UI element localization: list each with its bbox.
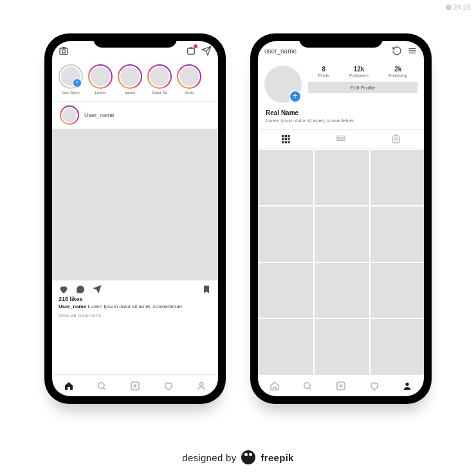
refresh-icon[interactable] [392,46,402,56]
grid-post[interactable] [315,150,370,205]
bottom-nav [52,374,218,396]
stat-item[interactable]: 8Posts [318,66,329,78]
svg-rect-14 [288,141,289,143]
nav-home-icon[interactable] [270,381,280,391]
story-label: Amet [185,91,194,95]
credit-prefix: designed by [182,452,236,463]
device-notch [299,33,383,48]
post-caption: User_name Lorem Ipsum dolor sit amet, co… [59,304,212,310]
direct-message-icon[interactable] [201,46,212,56]
nav-activity-icon[interactable] [369,381,380,391]
nav-profile-icon[interactable] [196,381,206,391]
freepik-logo-icon [241,450,255,464]
grid-post[interactable] [315,263,370,318]
stat-item[interactable]: 2kFollowing [389,66,408,78]
grid-post[interactable] [371,150,424,205]
stat-item[interactable]: 12kFollowers [349,66,369,78]
like-icon[interactable] [59,284,69,295]
grid-post[interactable] [371,263,424,318]
menu-icon[interactable] [407,46,417,56]
view-comments-link[interactable]: View all comments [59,313,212,318]
stories-tray[interactable]: Your StoryLoremIpsumDolor SitAmet [52,60,218,101]
post-actions [52,280,218,296]
nav-add-icon[interactable] [336,381,346,391]
nav-profile-icon[interactable] [402,381,412,391]
svg-point-1 [62,50,65,53]
svg-rect-8 [288,135,289,137]
nav-home-icon[interactable] [64,381,74,391]
story-item[interactable]: Your Story [59,64,83,95]
nav-activity-icon[interactable] [163,381,174,391]
tab-grid-icon[interactable] [258,130,313,148]
story-item[interactable]: Dolor Sit [147,64,172,95]
story-item[interactable]: Amet [177,64,201,95]
tab-tagged-icon[interactable] [369,130,424,148]
attribution: designed by freepik [0,450,476,464]
grid-post[interactable] [258,319,313,374]
svg-rect-13 [285,141,287,143]
svg-rect-7 [285,135,287,137]
svg-point-18 [395,138,398,140]
svg-rect-15 [337,136,345,138]
device-notch [93,33,177,48]
grid-post[interactable] [315,206,370,262]
profile-stats: 8Posts12kFollowers2kFollowing [308,66,417,78]
credit-brand: freepik [261,452,293,463]
edit-profile-button[interactable]: Edit Profile [308,82,417,93]
svg-point-21 [406,382,409,385]
post-image[interactable] [52,129,218,280]
profile-bio: Real Name Lorem ipsum dolor sit amet, co… [258,105,424,129]
profile-bio-text: Lorem ipsum dolor sit amet, consectetuer [266,118,416,124]
story-label: Lorem [95,91,105,95]
story-item[interactable]: Lorem [88,64,113,95]
igtv-icon[interactable] [186,46,196,56]
story-label: Your Story [62,91,80,95]
share-icon[interactable] [92,284,102,295]
post-header[interactable]: User_name [52,101,218,129]
svg-point-19 [304,382,310,388]
tab-list-icon[interactable] [313,130,369,148]
phone-feed-mockup: Your StoryLoremIpsumDolor SitAmet User_n… [44,33,226,404]
svg-point-3 [98,382,104,388]
likes-count[interactable]: 218 likes [59,296,212,302]
grid-post[interactable] [258,263,313,318]
profile-posts-grid [258,149,424,374]
svg-rect-6 [282,135,284,137]
svg-rect-12 [282,141,284,143]
phone-profile-mockup: user_name 8Posts12kFollowers2kFollowing … [250,33,432,404]
svg-rect-16 [337,139,345,141]
profile-avatar[interactable] [264,66,302,103]
grid-post[interactable] [258,206,313,262]
grid-post[interactable] [315,319,370,374]
comment-icon[interactable] [75,284,86,295]
svg-point-5 [200,382,203,385]
nav-add-icon[interactable] [130,381,140,391]
bottom-nav [258,374,424,396]
svg-rect-10 [285,138,287,140]
profile-real-name: Real Name [266,109,416,116]
svg-rect-2 [188,48,195,54]
nav-search-icon[interactable] [302,381,313,391]
bookmark-icon[interactable] [201,284,212,295]
svg-rect-17 [393,136,400,143]
post-meta: 218 likes User_name Lorem Ipsum dolor si… [52,296,218,324]
grid-post[interactable] [371,206,424,262]
story-label: Ipsum [125,91,135,95]
camera-icon[interactable] [59,46,69,56]
profile-username[interactable]: user_name [264,48,297,55]
grid-post[interactable] [258,150,313,205]
profile-view-tabs [258,129,424,149]
svg-rect-9 [282,138,284,140]
story-label: Dolor Sit [152,91,167,95]
post-username[interactable]: User_name [84,112,114,118]
svg-rect-11 [288,138,289,140]
nav-search-icon[interactable] [96,381,107,391]
grid-post[interactable] [371,319,424,374]
story-item[interactable]: Ipsum [118,64,142,95]
